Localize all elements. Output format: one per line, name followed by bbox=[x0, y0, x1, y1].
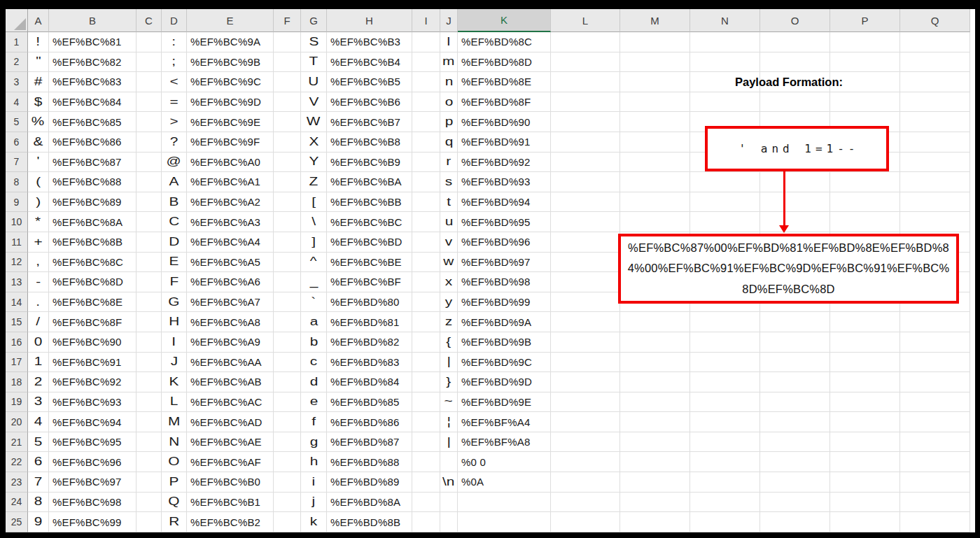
cell-Q1[interactable] bbox=[900, 32, 970, 52]
cell-H10[interactable]: %EF%BC%BC bbox=[327, 212, 412, 232]
cell-L16[interactable] bbox=[551, 332, 620, 353]
cell-F20[interactable] bbox=[274, 412, 301, 432]
cell-D3[interactable]: < bbox=[162, 72, 187, 92]
cell-I17[interactable] bbox=[412, 353, 440, 373]
cell-C1[interactable] bbox=[136, 32, 162, 52]
cell-M24[interactable] bbox=[620, 493, 690, 513]
cell-I12[interactable] bbox=[412, 253, 440, 273]
cell-N21[interactable] bbox=[690, 432, 760, 453]
cell-Q17[interactable] bbox=[900, 353, 970, 373]
cell-Q22[interactable] bbox=[900, 452, 970, 472]
cell-B15[interactable]: %EF%BC%8F bbox=[49, 312, 136, 332]
cell-C25[interactable] bbox=[136, 512, 162, 532]
cell-I23[interactable] bbox=[412, 472, 440, 493]
cell-N23[interactable] bbox=[690, 472, 760, 493]
cell-H17[interactable]: %EF%BD%83 bbox=[327, 353, 412, 373]
column-header-G[interactable]: G bbox=[301, 9, 327, 32]
cell-D23[interactable]: P bbox=[162, 472, 187, 493]
cell-G19[interactable]: e bbox=[301, 392, 327, 413]
cell-H24[interactable]: %EF%BD%8A bbox=[327, 493, 412, 513]
cell-E23[interactable]: %EF%BC%B0 bbox=[187, 472, 274, 493]
column-header-O[interactable]: O bbox=[760, 9, 830, 32]
cell-H22[interactable]: %EF%BD%88 bbox=[327, 452, 412, 472]
row-header-8[interactable]: 8 bbox=[6, 172, 28, 192]
cell-N8[interactable] bbox=[690, 172, 760, 192]
cell-C21[interactable] bbox=[136, 432, 162, 453]
cell-H8[interactable]: %EF%BC%BA bbox=[327, 172, 412, 192]
cell-E15[interactable]: %EF%BC%A8 bbox=[187, 312, 274, 332]
cell-B17[interactable]: %EF%BC%91 bbox=[49, 353, 136, 373]
cell-K4[interactable]: %EF%BD%8F bbox=[458, 92, 551, 113]
row-header-17[interactable]: 17 bbox=[6, 353, 28, 373]
cell-D6[interactable]: ? bbox=[162, 132, 187, 153]
cell-P10[interactable] bbox=[830, 212, 900, 232]
cell-C18[interactable] bbox=[136, 372, 162, 392]
cell-Q20[interactable] bbox=[900, 412, 970, 432]
cell-K13[interactable]: %EF%BD%98 bbox=[458, 272, 551, 292]
column-header-D[interactable]: D bbox=[162, 9, 187, 32]
cell-Q24[interactable] bbox=[900, 493, 970, 513]
cell-P17[interactable] bbox=[830, 353, 900, 373]
cell-L19[interactable] bbox=[551, 392, 620, 413]
cell-P9[interactable] bbox=[830, 192, 900, 213]
cell-N4[interactable] bbox=[690, 92, 760, 113]
cell-H21[interactable]: %EF%BD%87 bbox=[327, 432, 412, 453]
cell-E24[interactable]: %EF%BC%B1 bbox=[187, 493, 274, 513]
cell-N16[interactable] bbox=[690, 332, 760, 353]
cell-C11[interactable] bbox=[136, 232, 162, 253]
cell-I22[interactable] bbox=[412, 452, 440, 472]
cell-H14[interactable]: %EF%BD%80 bbox=[327, 292, 412, 313]
row-header-21[interactable]: 21 bbox=[6, 432, 28, 453]
encoded-payload-box[interactable]: %EF%BC%87%00%EF%BD%81%EF%BD%8E%EF%BD%8 4… bbox=[618, 234, 959, 304]
cell-Q16[interactable] bbox=[900, 332, 970, 353]
cell-C13[interactable] bbox=[136, 272, 162, 292]
cell-D15[interactable]: H bbox=[162, 312, 187, 332]
row-header-1[interactable]: 1 bbox=[6, 32, 28, 52]
cell-J23[interactable]: \n bbox=[440, 472, 458, 493]
cell-J8[interactable]: s bbox=[440, 172, 458, 192]
cell-D7[interactable]: @ bbox=[162, 153, 187, 173]
cell-F11[interactable] bbox=[274, 232, 301, 253]
cell-L18[interactable] bbox=[551, 372, 620, 392]
cell-H15[interactable]: %EF%BD%81 bbox=[327, 312, 412, 332]
cell-A20[interactable]: 4 bbox=[28, 412, 49, 432]
cell-A8[interactable]: ( bbox=[28, 172, 49, 192]
cell-J18[interactable]: } bbox=[440, 372, 458, 392]
cell-A13[interactable]: - bbox=[28, 272, 49, 292]
cell-B21[interactable]: %EF%BC%95 bbox=[49, 432, 136, 453]
cell-M23[interactable] bbox=[620, 472, 690, 493]
cell-A12[interactable]: , bbox=[28, 253, 49, 273]
select-all-corner[interactable] bbox=[6, 9, 28, 32]
cell-A25[interactable]: 9 bbox=[28, 512, 49, 532]
cell-Q23[interactable] bbox=[900, 472, 970, 493]
cell-F7[interactable] bbox=[274, 153, 301, 173]
cell-D25[interactable]: R bbox=[162, 512, 187, 532]
cell-B8[interactable]: %EF%BC%88 bbox=[49, 172, 136, 192]
cell-F10[interactable] bbox=[274, 212, 301, 232]
cell-A23[interactable]: 7 bbox=[28, 472, 49, 493]
cell-L17[interactable] bbox=[551, 353, 620, 373]
cell-G8[interactable]: Z bbox=[301, 172, 327, 192]
cell-J11[interactable]: v bbox=[440, 232, 458, 253]
cell-O10[interactable] bbox=[760, 212, 830, 232]
cell-J12[interactable]: w bbox=[440, 253, 458, 273]
cell-H23[interactable]: %EF%BD%89 bbox=[327, 472, 412, 493]
cell-N20[interactable] bbox=[690, 412, 760, 432]
cell-L6[interactable] bbox=[551, 132, 620, 153]
cell-I19[interactable] bbox=[412, 392, 440, 413]
cell-N22[interactable] bbox=[690, 452, 760, 472]
cell-H2[interactable]: %EF%BC%B4 bbox=[327, 52, 412, 73]
cell-P25[interactable] bbox=[830, 512, 900, 532]
cell-D1[interactable]: : bbox=[162, 32, 187, 52]
cell-K23[interactable]: %0A bbox=[458, 472, 551, 493]
cell-K1[interactable]: %EF%BD%8C bbox=[458, 32, 551, 52]
cell-N15[interactable] bbox=[690, 312, 760, 332]
cell-C19[interactable] bbox=[136, 392, 162, 413]
cell-B6[interactable]: %EF%BC%86 bbox=[49, 132, 136, 153]
cell-E19[interactable]: %EF%BC%AC bbox=[187, 392, 274, 413]
cell-I7[interactable] bbox=[412, 153, 440, 173]
cell-E20[interactable]: %EF%BC%AD bbox=[187, 412, 274, 432]
cell-E10[interactable]: %EF%BC%A3 bbox=[187, 212, 274, 232]
cell-I11[interactable] bbox=[412, 232, 440, 253]
cell-M17[interactable] bbox=[620, 353, 690, 373]
